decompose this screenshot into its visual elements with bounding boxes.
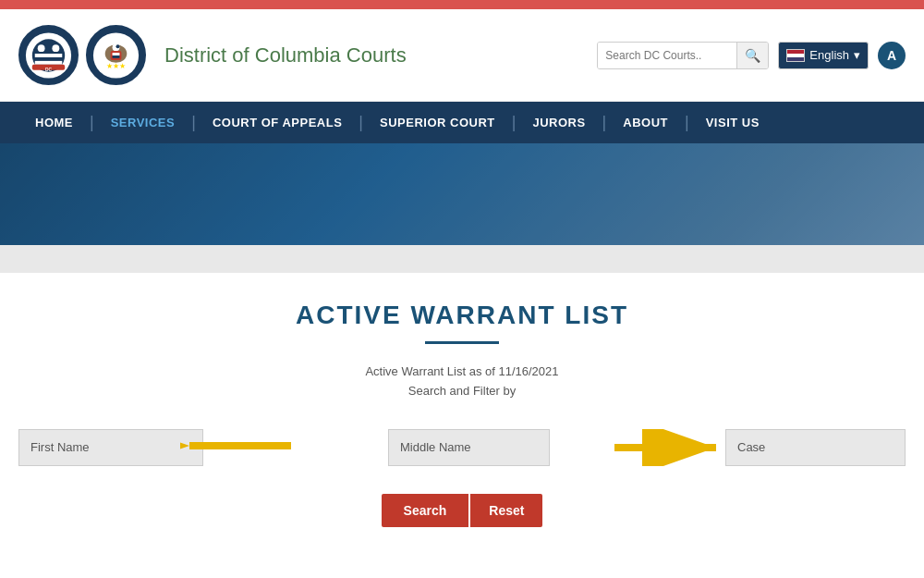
search-button[interactable]: 🔍 — [736, 43, 768, 68]
subtitle-line1: Active Warrant List as of 11/16/2021 — [365, 364, 558, 378]
svg-rect-17 — [113, 55, 120, 58]
right-arrow-group — [605, 429, 725, 466]
svg-rect-4 — [35, 60, 63, 64]
flag-icon — [786, 49, 805, 62]
title-underline — [425, 341, 499, 344]
middle-name-input[interactable] — [388, 429, 550, 466]
search-box[interactable]: 🔍 — [597, 42, 769, 69]
nav-item-home[interactable]: HOME — [18, 102, 90, 143]
first-name-input[interactable] — [18, 429, 203, 466]
first-name-group — [18, 429, 203, 466]
subtitle-text: Active Warrant List as of 11/16/2021 Sea… — [365, 363, 558, 401]
search-button[interactable]: Search — [382, 494, 469, 527]
nav-bar: HOME | SERVICES | COURT OF APPEALS | SUP… — [0, 102, 924, 143]
logo-group: DC ★★★ — [18, 25, 146, 85]
search-input[interactable] — [598, 43, 736, 68]
reset-button[interactable]: Reset — [470, 494, 542, 527]
nav-item-visit-us[interactable]: VISIT US — [689, 102, 776, 143]
nav-item-jurors[interactable]: JURORS — [516, 102, 602, 143]
chevron-down-icon: ▾ — [854, 48, 860, 62]
main-content: ACTIVE WARRANT LIST Active Warrant List … — [0, 273, 924, 564]
arrow-left-icon — [180, 427, 300, 464]
courts-logo: ★★★ — [86, 25, 146, 85]
subtitle-line2: Search and Filter by — [408, 384, 516, 398]
avatar[interactable]: A — [878, 42, 906, 69]
nav-item-about[interactable]: ABOUT — [606, 102, 685, 143]
case-input[interactable] — [725, 429, 906, 466]
nav-item-superior-court[interactable]: SUPERIOR COURT — [363, 102, 512, 143]
header-right: 🔍 English ▾ A — [597, 42, 906, 69]
middle-name-group — [388, 429, 550, 466]
buttons-row: Search Reset — [382, 494, 543, 527]
search-form-row — [18, 429, 906, 466]
page-title: ACTIVE WARRANT LIST — [296, 301, 628, 330]
svg-rect-3 — [35, 54, 63, 57]
language-selector[interactable]: English ▾ — [778, 42, 869, 69]
left-arrow — [180, 427, 300, 468]
site-header: DC ★★★ District of Columbia Courts — [0, 9, 924, 102]
nav-item-court-of-appeals[interactable]: COURT OF APPEALS — [196, 102, 359, 143]
dc-logo: DC — [18, 25, 79, 85]
arrow-right-icon — [605, 429, 725, 466]
svg-rect-16 — [113, 53, 120, 55]
nav-item-services[interactable]: SERVICES — [94, 102, 192, 143]
svg-text:★★★: ★★★ — [106, 61, 126, 69]
gray-separator — [0, 245, 924, 273]
hero-overlay — [0, 143, 924, 245]
site-title: District of Columbia Courts — [164, 43, 597, 68]
svg-text:DC: DC — [45, 67, 53, 71]
svg-point-14 — [116, 44, 120, 48]
top-red-bar — [0, 0, 924, 9]
lang-label: English — [809, 48, 849, 62]
case-group — [725, 429, 906, 466]
svg-point-5 — [38, 44, 45, 52]
svg-point-6 — [52, 44, 59, 52]
hero-banner — [0, 143, 924, 245]
